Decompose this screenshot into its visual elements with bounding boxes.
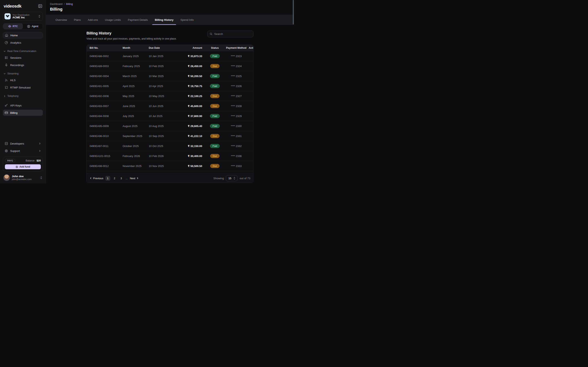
tab-add-ons[interactable]: Add-ons <box>84 15 102 25</box>
amount: ₹ 50,500.50 <box>181 165 206 167</box>
table-row[interactable]: 0490EA91-0005 April 2025 10 Apr 2025 ₹ 1… <box>87 81 253 91</box>
bill-no: 0490EA101-0015 <box>90 155 123 158</box>
amount: ₹ 41,222.10 <box>181 134 206 138</box>
section-label: Streaming <box>7 72 18 75</box>
table-row[interactable]: 0490EA92-0006 May 2025 10 May 2025 ₹ 22,… <box>87 91 253 101</box>
organisation-selector[interactable]: Your Organisation ACME Inc <box>3 12 43 21</box>
sidebar-item-hls[interactable]: HLS <box>3 77 43 83</box>
status-badge: Due <box>210 164 219 168</box>
sidebar-item-billing[interactable]: Billing <box>3 110 43 116</box>
app-window: videosdk Your Organisation ACME Inc <box>0 0 294 184</box>
sidebar-item-developers[interactable]: Developers <box>3 141 43 147</box>
due-date: 10 Jul 2025 <box>149 115 181 118</box>
tab-spend-info[interactable]: Spend Info <box>177 15 197 25</box>
page-button-3[interactable]: 3 <box>119 176 124 181</box>
section-header: Billing History View and track all your … <box>86 31 253 40</box>
column-header: Bill No. <box>90 47 123 49</box>
month: May 2025 <box>123 95 149 98</box>
sidebar-item-label: RTMP Simulcast <box>10 86 31 89</box>
sidebar-item-rtmp-simulcast[interactable]: RTMP Simulcast <box>3 84 43 91</box>
payment-method: **** 2328 <box>224 105 249 108</box>
payment-method: **** 2327 <box>224 95 249 98</box>
table-row[interactable]: 0490EA96-0010 September 2025 10 Sep 2025… <box>87 131 253 141</box>
toggle-rtc-label: RTC <box>13 25 18 28</box>
page-size-select[interactable]: 15 <box>226 175 238 181</box>
payment-method: **** 2329 <box>224 115 249 118</box>
bill-no: 0490EA93-0007 <box>90 105 123 108</box>
page-size-value: 15 <box>228 177 231 180</box>
clipped-table-row <box>87 171 253 174</box>
user-menu[interactable]: John doe john@acmeinc.com <box>3 174 43 181</box>
table-row[interactable]: 0490EA94-0008 July 2025 10 Jul 2025 ₹ 37… <box>87 111 253 121</box>
search-box[interactable] <box>207 31 253 37</box>
sidebar-item-recordings[interactable]: Recordings <box>3 62 43 68</box>
table-row[interactable]: 0490EA90-0004 March 2025 10 Mar 2025 ₹ 5… <box>87 71 253 81</box>
section-streaming[interactable]: Streaming <box>3 71 43 76</box>
table-row[interactable]: 0490EA98-0012 November 2025 10 Nov 2025 … <box>87 161 253 171</box>
breadcrumb-billing[interactable]: Billing <box>66 3 73 6</box>
showing-控l: Showing 15 out of 73 <box>213 175 250 181</box>
billing-tabs: Overview Plans Add-ons Usage Limits Paym… <box>46 15 294 25</box>
column-header: Amount <box>181 47 206 49</box>
table-row[interactable]: 0490EA89-0003 February 2025 10 Feb 2025 … <box>87 61 253 71</box>
status-badge: Paid <box>210 54 220 58</box>
page-button-2[interactable]: 2 <box>112 176 117 181</box>
table-row[interactable]: 0490EA93-0007 June 2025 10 Jun 2025 ₹ 45… <box>87 101 253 111</box>
section-real-time-communication[interactable]: Real-Time Communication <box>3 49 43 54</box>
home-icon <box>5 34 8 37</box>
tab-payment-details[interactable]: Payment Details <box>124 15 151 25</box>
amount: ₹ 33,873.33 <box>181 55 206 58</box>
waveform-icon <box>8 25 11 28</box>
breadcrumb-dashboard[interactable]: Dashboard <box>50 3 62 6</box>
chevron-right-icon <box>136 177 139 179</box>
tab-plans[interactable]: Plans <box>70 15 84 25</box>
status-badge: Paid <box>210 124 220 128</box>
chevron-down-icon <box>3 73 6 75</box>
column-header: Due Date <box>149 47 181 49</box>
sidebar-item-analytics[interactable]: Analytics <box>3 40 43 46</box>
sidebar-item-home[interactable]: Home <box>3 32 43 38</box>
add-fund-button[interactable]: Add fund <box>5 164 41 169</box>
sidebar-item-support[interactable]: Support <box>3 148 43 154</box>
month: April 2025 <box>123 85 149 88</box>
user-name: John doe <box>12 175 38 178</box>
bill-no: 0490EA94-0008 <box>90 115 123 118</box>
table-row[interactable]: 0490EA101-0015 February 2026 10 Feb 2026… <box>87 151 253 161</box>
toggle-rtc[interactable]: RTC <box>3 24 23 29</box>
chevron-right-icon <box>3 95 6 97</box>
amount: ₹ 37,800.90 <box>181 115 206 118</box>
section-telephony[interactable]: Telephony <box>3 93 43 99</box>
column-header: Payment Method <box>224 47 249 49</box>
table-row[interactable]: 0490EA97-0011 October 2025 10 Oct 2025 ₹… <box>87 141 253 151</box>
tab-usage-limits[interactable]: Usage Limits <box>102 15 124 25</box>
sidebar-item-label: HLS <box>10 79 16 82</box>
videosdk-logo: videosdk <box>4 4 21 8</box>
previous-label: Previous <box>93 177 103 180</box>
tab-overview[interactable]: Overview <box>52 15 70 25</box>
add-fund-label: Add fund <box>19 165 30 168</box>
table-row[interactable]: 0490EA88-0002 January 2025 10 Jan 2025 ₹… <box>87 51 253 61</box>
payment-method: **** 2336 <box>224 155 249 158</box>
search-input[interactable] <box>214 33 251 35</box>
bill-no: 0490EA92-0006 <box>90 95 123 98</box>
bill-no: 0490EA89-0003 <box>90 65 123 68</box>
due-date: 10 May 2025 <box>149 95 181 98</box>
toggle-agent[interactable]: Agent <box>23 24 43 29</box>
table-row[interactable]: 0490EA95-0009 August 2025 10 Aug 2025 ₹ … <box>87 121 253 131</box>
sidebar-item-api-keys[interactable]: API Keys <box>3 102 43 108</box>
previous-page-button[interactable]: Previous <box>90 177 103 180</box>
bill-no: 0490EA88-0002 <box>90 55 123 58</box>
amount: ₹ 50,200.50 <box>181 75 206 78</box>
tab-billing-history[interactable]: Billing History <box>151 15 177 25</box>
payment-method: **** 2330 <box>224 125 249 128</box>
next-page-button[interactable]: Next <box>130 177 139 180</box>
sidebar-collapse-icon[interactable] <box>38 4 43 8</box>
page-button-1[interactable]: 1 <box>105 176 110 181</box>
sidebar-item-sessions[interactable]: Sessions <box>3 55 43 61</box>
sidebar-item-label: Home <box>10 34 18 37</box>
chevron-left-icon <box>90 177 92 179</box>
status-badge: Due <box>210 64 219 68</box>
sidebar-item-label: Support <box>10 150 20 152</box>
vertical-scrollbar-thumb[interactable] <box>293 0 294 25</box>
agent-icon <box>27 25 30 28</box>
